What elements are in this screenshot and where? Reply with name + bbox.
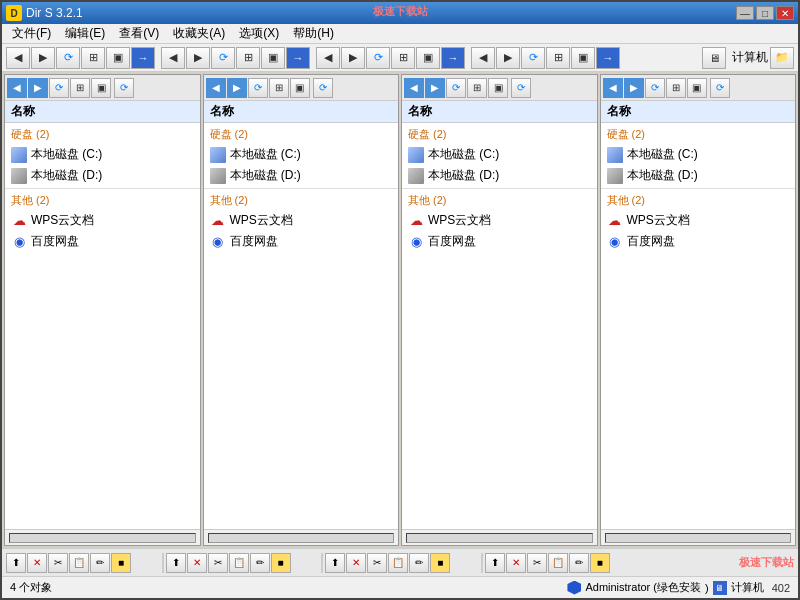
p2-scrollbar[interactable] <box>208 533 395 543</box>
p3-view[interactable]: ▣ <box>488 78 508 98</box>
tb-btn3[interactable]: ▶ <box>186 47 210 69</box>
maximize-button[interactable]: □ <box>756 6 774 20</box>
cmd-color-4[interactable]: ■ <box>590 553 610 573</box>
p4-back[interactable]: ◀ <box>603 78 623 98</box>
tb-btn7[interactable]: → <box>286 47 310 69</box>
tb-btn10[interactable]: ⟳ <box>366 47 390 69</box>
tb-forward[interactable]: ▶ <box>31 47 55 69</box>
cmd-copy-4[interactable]: 📋 <box>548 553 568 573</box>
p4-view[interactable]: ▣ <box>687 78 707 98</box>
cmd-edit-4[interactable]: ✏ <box>569 553 589 573</box>
minimize-button[interactable]: — <box>736 6 754 20</box>
tb-btn14[interactable]: ◀ <box>471 47 495 69</box>
p4-refresh[interactable]: ⟳ <box>645 78 665 98</box>
p4-scrollbar[interactable] <box>605 533 792 543</box>
cmd-copy-1[interactable]: 📋 <box>69 553 89 573</box>
tb-btn6[interactable]: ▣ <box>261 47 285 69</box>
p1-section-other[interactable]: 其他 (2) <box>5 191 200 210</box>
menu-file[interactable]: 文件(F) <box>6 23 57 44</box>
tb-computer-icon[interactable]: 🖥 <box>702 47 726 69</box>
cmd-cut-1[interactable]: ✂ <box>48 553 68 573</box>
p1-drive-c[interactable]: 本地磁盘 (C:) <box>5 144 200 165</box>
p2-section-hard[interactable]: 硬盘 (2) <box>204 125 399 144</box>
p2-refresh[interactable]: ⟳ <box>248 78 268 98</box>
cmd-color-3[interactable]: ■ <box>430 553 450 573</box>
p3-grid[interactable]: ⊞ <box>467 78 487 98</box>
p3-drive-d[interactable]: 本地磁盘 (D:) <box>402 165 597 186</box>
cmd-color-1[interactable]: ■ <box>111 553 131 573</box>
menu-view[interactable]: 查看(V) <box>113 23 165 44</box>
p1-drive-d[interactable]: 本地磁盘 (D:) <box>5 165 200 186</box>
cmd-edit-2[interactable]: ✏ <box>250 553 270 573</box>
cmd-up-4[interactable]: ⬆ <box>485 553 505 573</box>
p1-scrollbar[interactable] <box>9 533 196 543</box>
p2-drive-c[interactable]: 本地磁盘 (C:) <box>204 144 399 165</box>
menu-edit[interactable]: 编辑(E) <box>59 23 111 44</box>
tb-btn15[interactable]: ▶ <box>496 47 520 69</box>
cmd-cut-2[interactable]: ✂ <box>208 553 228 573</box>
p4-wps[interactable]: ☁ WPS云文档 <box>601 210 796 231</box>
menu-favorites[interactable]: 收藏夹(A) <box>167 23 231 44</box>
p4-section-hard[interactable]: 硬盘 (2) <box>601 125 796 144</box>
tb-btn17[interactable]: ⊞ <box>546 47 570 69</box>
cmd-copy-2[interactable]: 📋 <box>229 553 249 573</box>
p1-section-hard[interactable]: 硬盘 (2) <box>5 125 200 144</box>
tb-btn9[interactable]: ▶ <box>341 47 365 69</box>
cmd-up-1[interactable]: ⬆ <box>6 553 26 573</box>
menu-help[interactable]: 帮助(H) <box>287 23 340 44</box>
p2-section-other[interactable]: 其他 (2) <box>204 191 399 210</box>
p4-drive-c[interactable]: 本地磁盘 (C:) <box>601 144 796 165</box>
tb-btn5[interactable]: ⊞ <box>236 47 260 69</box>
p2-back[interactable]: ◀ <box>206 78 226 98</box>
cmd-up-2[interactable]: ⬆ <box>166 553 186 573</box>
p2-view[interactable]: ▣ <box>290 78 310 98</box>
cmd-copy-3[interactable]: 📋 <box>388 553 408 573</box>
tb-go[interactable]: → <box>131 47 155 69</box>
p4-refresh2[interactable]: ⟳ <box>710 78 730 98</box>
p1-view[interactable]: ▣ <box>91 78 111 98</box>
p1-grid[interactable]: ⊞ <box>70 78 90 98</box>
p3-refresh2[interactable]: ⟳ <box>511 78 531 98</box>
menu-options[interactable]: 选项(X) <box>233 23 285 44</box>
p2-baidu[interactable]: ◉ 百度网盘 <box>204 231 399 252</box>
cmd-del-1[interactable]: ✕ <box>27 553 47 573</box>
cmd-del-3[interactable]: ✕ <box>346 553 366 573</box>
tb-btn4[interactable]: ⟳ <box>211 47 235 69</box>
tb-btn19[interactable]: → <box>596 47 620 69</box>
p3-section-other[interactable]: 其他 (2) <box>402 191 597 210</box>
p3-refresh[interactable]: ⟳ <box>446 78 466 98</box>
p1-wps[interactable]: ☁ WPS云文档 <box>5 210 200 231</box>
p4-section-other[interactable]: 其他 (2) <box>601 191 796 210</box>
tb-view[interactable]: ▣ <box>106 47 130 69</box>
p3-drive-c[interactable]: 本地磁盘 (C:) <box>402 144 597 165</box>
p1-baidu[interactable]: ◉ 百度网盘 <box>5 231 200 252</box>
p1-refresh[interactable]: ⟳ <box>49 78 69 98</box>
p2-wps[interactable]: ☁ WPS云文档 <box>204 210 399 231</box>
cmd-del-4[interactable]: ✕ <box>506 553 526 573</box>
p3-back[interactable]: ◀ <box>404 78 424 98</box>
p3-wps[interactable]: ☁ WPS云文档 <box>402 210 597 231</box>
p1-back[interactable]: ◀ <box>7 78 27 98</box>
tb-refresh[interactable]: ⟳ <box>56 47 80 69</box>
tb-btn12[interactable]: ▣ <box>416 47 440 69</box>
tb-btn8[interactable]: ◀ <box>316 47 340 69</box>
cmd-up-3[interactable]: ⬆ <box>325 553 345 573</box>
tb-btn18[interactable]: ▣ <box>571 47 595 69</box>
close-button[interactable]: ✕ <box>776 6 794 20</box>
cmd-cut-3[interactable]: ✂ <box>367 553 387 573</box>
p2-drive-d[interactable]: 本地磁盘 (D:) <box>204 165 399 186</box>
p3-forward[interactable]: ▶ <box>425 78 445 98</box>
cmd-edit-3[interactable]: ✏ <box>409 553 429 573</box>
tb-grid[interactable]: ⊞ <box>81 47 105 69</box>
p3-section-hard[interactable]: 硬盘 (2) <box>402 125 597 144</box>
p1-refresh2[interactable]: ⟳ <box>114 78 134 98</box>
cmd-del-2[interactable]: ✕ <box>187 553 207 573</box>
p3-baidu[interactable]: ◉ 百度网盘 <box>402 231 597 252</box>
tb-btn11[interactable]: ⊞ <box>391 47 415 69</box>
cmd-color-2[interactable]: ■ <box>271 553 291 573</box>
p4-baidu[interactable]: ◉ 百度网盘 <box>601 231 796 252</box>
tb-btn2[interactable]: ◀ <box>161 47 185 69</box>
tb-extra[interactable]: 📁 <box>770 47 794 69</box>
p2-refresh2[interactable]: ⟳ <box>313 78 333 98</box>
tb-btn16[interactable]: ⟳ <box>521 47 545 69</box>
